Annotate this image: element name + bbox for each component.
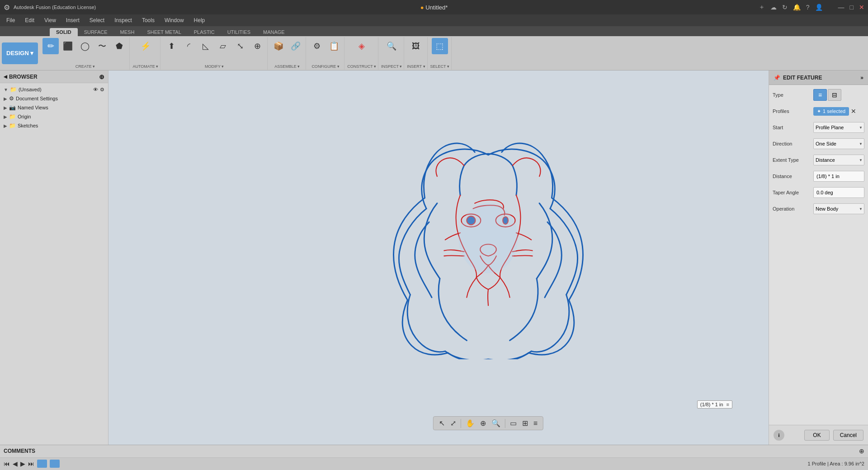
- maximize-btn[interactable]: □: [850, 4, 854, 11]
- comments-add-icon[interactable]: ⊕: [859, 447, 864, 455]
- browser-add-icon[interactable]: ⊕: [99, 73, 104, 80]
- menu-item-view[interactable]: View: [40, 16, 61, 24]
- ef-operation-select[interactable]: New Body: [813, 203, 864, 214]
- help-icon[interactable]: ?: [806, 4, 810, 11]
- ef-info-btn[interactable]: i: [774, 430, 784, 441]
- chamfer-btn[interactable]: ◺: [198, 38, 214, 54]
- browser-collapse-icon[interactable]: ◀: [4, 74, 7, 79]
- browser-item-doc-settings[interactable]: ▶ ⚙ Document Settings: [2, 94, 106, 103]
- browser-sketches-label: Sketches: [18, 123, 38, 128]
- construct-btn[interactable]: ◈: [354, 38, 370, 54]
- orbit-btn[interactable]: ✋: [464, 418, 476, 428]
- zoom-in-btn[interactable]: 🔍: [490, 418, 502, 428]
- combine-btn[interactable]: ⊕: [249, 38, 265, 54]
- timeline-prev-btn[interactable]: ◀: [13, 460, 18, 467]
- tab-mesh[interactable]: MESH: [114, 28, 141, 36]
- main-area: ◀ BROWSER ⊕ ▼ 📁 (Unsaved) 👁 ⚙ ▶ ⚙ Docume…: [0, 70, 868, 445]
- browser-item-sketches[interactable]: ▶ 📁 Sketches: [2, 121, 106, 130]
- toolbar-group-construct: ◈ CONSTRUCT ▾: [345, 37, 378, 70]
- ef-start-row: Start Profile Plane: [773, 121, 864, 134]
- close-btn[interactable]: ✕: [859, 4, 864, 11]
- ef-direction-select[interactable]: One Side: [813, 138, 864, 149]
- scale-btn[interactable]: ⤡: [232, 38, 248, 54]
- menu-item-file[interactable]: File: [2, 16, 19, 24]
- press-pull-btn[interactable]: ⬆: [163, 38, 179, 54]
- ef-profiles-btn[interactable]: ✦ 1 selected: [813, 107, 849, 116]
- viewport[interactable]: (1/8) * 1 in ≡ X Y Z: [108, 70, 868, 445]
- browser-item-root[interactable]: ▼ 📁 (Unsaved) 👁 ⚙: [2, 85, 106, 94]
- configure-btn[interactable]: ⚙: [309, 38, 325, 54]
- menu-item-window[interactable]: Window: [160, 16, 189, 24]
- menu-item-inspect[interactable]: Inspect: [110, 16, 137, 24]
- profile-icon: ✦: [817, 108, 821, 114]
- menu-item-insert[interactable]: Insert: [61, 16, 84, 24]
- timeline-rewind-btn[interactable]: ⏮: [4, 460, 10, 467]
- minimize-btn[interactable]: —: [838, 4, 844, 11]
- ef-taper-input[interactable]: [813, 187, 864, 198]
- comments-label: COMMENTS: [4, 448, 35, 454]
- grid-btn[interactable]: ⊞: [520, 418, 530, 428]
- zoom-btn[interactable]: ⊕: [478, 418, 488, 428]
- browser-item-named-views[interactable]: ▶ 📷 Named Views: [2, 103, 106, 112]
- insert-btn[interactable]: 🖼: [408, 38, 424, 54]
- ef-type-btn-2[interactable]: ⊟: [828, 89, 841, 101]
- configure2-btn[interactable]: 📋: [326, 38, 342, 54]
- timeline-play-btn[interactable]: ▶: [20, 460, 25, 467]
- ef-distance-input[interactable]: [813, 171, 864, 182]
- menu-item-select[interactable]: Select: [85, 16, 109, 24]
- edit-feature-panel: 📌 EDIT FEATURE » Type ≡ ⊟: [769, 70, 868, 445]
- ef-ok-btn[interactable]: OK: [804, 430, 829, 441]
- menu-item-help[interactable]: Help: [189, 16, 210, 24]
- tab-solid[interactable]: SOLID: [50, 28, 78, 36]
- fit-view-btn[interactable]: ⤢: [448, 418, 458, 428]
- timeline-marker-2[interactable]: [50, 460, 60, 468]
- tab-sheet-metal[interactable]: SHEET METAL: [141, 28, 187, 36]
- ef-extent-type-select[interactable]: Distance: [813, 155, 864, 165]
- ef-type-btn-1[interactable]: ≡: [813, 89, 827, 101]
- plus-icon[interactable]: ＋: [759, 3, 765, 11]
- ef-extent-type-label: Extent Type: [773, 157, 813, 163]
- timeline-marker-1[interactable]: [37, 460, 47, 468]
- browser-root-label: (Unsaved): [19, 87, 42, 92]
- timeline-forward-btn[interactable]: ⏭: [28, 460, 34, 467]
- new-sketch-btn[interactable]: ✏: [42, 38, 59, 54]
- display-mode-btn[interactable]: ▭: [508, 418, 519, 428]
- ef-clear-btn[interactable]: ✕: [851, 108, 856, 115]
- sketches-icon: 📁: [9, 122, 16, 129]
- shell-btn[interactable]: ▱: [215, 38, 231, 54]
- cloud-icon[interactable]: ☁: [770, 4, 777, 11]
- automate-btn[interactable]: ⚡: [137, 38, 154, 54]
- ef-expand-icon[interactable]: »: [860, 75, 863, 81]
- notification-icon[interactable]: 🔔: [793, 4, 801, 11]
- refresh-icon[interactable]: ↻: [782, 4, 788, 11]
- tab-manage[interactable]: MANAGE: [257, 28, 291, 36]
- revolve-btn[interactable]: ◯: [77, 38, 93, 54]
- ef-extent-type-control: Distance: [813, 155, 864, 165]
- more-display-btn[interactable]: ≡: [532, 418, 539, 428]
- inspect-btn[interactable]: 🔍: [383, 38, 400, 54]
- gear-small-icon[interactable]: ⚙: [100, 87, 104, 93]
- new-component-btn[interactable]: 📦: [270, 38, 287, 54]
- tab-plastic[interactable]: PLASTIC: [188, 28, 221, 36]
- select-btn[interactable]: ⬚: [432, 38, 448, 54]
- extrude-btn[interactable]: ⬛: [60, 38, 76, 54]
- fillet-btn[interactable]: ◜: [180, 38, 197, 54]
- ef-cancel-btn[interactable]: Cancel: [833, 430, 863, 441]
- tab-utilities[interactable]: UTILITIES: [221, 28, 257, 36]
- navigate-btn[interactable]: ↖: [437, 418, 447, 428]
- menu-item-edit[interactable]: Edit: [20, 16, 39, 24]
- views-icon: 📷: [9, 104, 16, 111]
- sweep-btn[interactable]: 〜: [94, 38, 110, 54]
- design-button[interactable]: DESIGN ▾: [2, 42, 38, 64]
- user-icon[interactable]: 👤: [815, 4, 823, 11]
- loft-btn[interactable]: ⬟: [111, 38, 127, 54]
- ef-direction-label: Direction: [773, 141, 813, 146]
- menu-item-tools[interactable]: Tools: [137, 16, 159, 24]
- app-icon: ⚙: [4, 3, 10, 12]
- dim-icon[interactable]: ≡: [726, 402, 729, 407]
- joint-btn[interactable]: 🔗: [288, 38, 304, 54]
- browser-item-origin[interactable]: ▶ 📁 Origin: [2, 112, 106, 121]
- ef-start-select[interactable]: Profile Plane: [813, 122, 864, 133]
- tab-surface[interactable]: SURFACE: [78, 28, 114, 36]
- eye-icon[interactable]: 👁: [93, 87, 98, 92]
